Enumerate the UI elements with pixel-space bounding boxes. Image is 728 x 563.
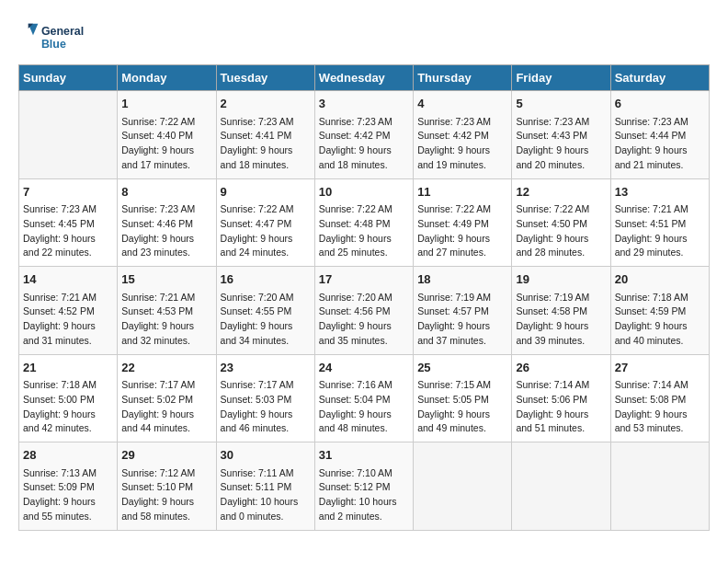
day-info: Sunset: 5:02 PM	[121, 393, 211, 408]
day-info: Daylight: 9 hours	[516, 144, 606, 158]
calendar-cell: 8Sunrise: 7:23 AMSunset: 4:46 PMDaylight…	[118, 178, 216, 267]
day-number: 26	[516, 359, 606, 377]
day-info: Daylight: 9 hours	[221, 232, 311, 247]
logo-svg: General Blue	[18, 18, 92, 55]
day-info: Daylight: 9 hours	[319, 319, 409, 334]
day-number: 27	[615, 359, 705, 377]
day-info: and 2 minutes.	[319, 510, 409, 524]
day-info: Sunrise: 7:21 AM	[615, 202, 705, 217]
day-info: Sunrise: 7:11 AM	[221, 466, 311, 481]
calendar-cell: 31Sunrise: 7:10 AMSunset: 5:12 PMDayligh…	[314, 442, 413, 531]
calendar-cell	[414, 442, 512, 531]
day-number: 1	[121, 95, 211, 113]
calendar-cell: 22Sunrise: 7:17 AMSunset: 5:02 PMDayligh…	[118, 354, 216, 442]
day-info: Sunrise: 7:15 AM	[417, 378, 507, 393]
day-info: Sunset: 4:50 PM	[516, 217, 606, 232]
calendar-week-4: 21Sunrise: 7:18 AMSunset: 5:00 PMDayligh…	[19, 354, 710, 442]
column-header-monday: Monday	[118, 65, 216, 91]
day-info: Sunset: 5:00 PM	[23, 393, 113, 408]
day-info: Daylight: 9 hours	[417, 408, 507, 422]
calendar-cell: 20Sunrise: 7:18 AMSunset: 4:59 PMDayligh…	[610, 267, 709, 355]
day-info: Daylight: 9 hours	[23, 495, 113, 510]
day-info: Daylight: 10 hours	[319, 495, 409, 510]
day-number: 4	[417, 95, 507, 113]
day-info: Daylight: 9 hours	[417, 144, 507, 158]
calendar-cell: 6Sunrise: 7:23 AMSunset: 4:44 PMDaylight…	[610, 91, 709, 179]
day-info: Sunrise: 7:10 AM	[319, 466, 409, 481]
day-info: Sunrise: 7:21 AM	[23, 291, 113, 305]
day-info: Sunset: 4:47 PM	[221, 217, 311, 232]
day-number: 2	[221, 95, 311, 113]
day-info: Daylight: 9 hours	[615, 144, 705, 158]
day-info: Sunset: 5:04 PM	[319, 393, 409, 408]
day-info: Daylight: 9 hours	[221, 319, 311, 334]
day-info: Sunset: 4:40 PM	[121, 129, 211, 144]
day-info: Sunrise: 7:17 AM	[121, 378, 211, 393]
day-info: Sunrise: 7:22 AM	[221, 202, 311, 217]
day-info: Daylight: 9 hours	[221, 144, 311, 158]
day-info: Sunset: 4:51 PM	[615, 217, 705, 232]
calendar-cell: 9Sunrise: 7:22 AMSunset: 4:47 PMDaylight…	[216, 178, 314, 267]
day-info: Daylight: 9 hours	[615, 319, 705, 334]
day-info: Sunrise: 7:22 AM	[121, 115, 211, 130]
day-number: 10	[319, 183, 409, 201]
calendar-cell	[19, 91, 118, 179]
calendar-cell: 4Sunrise: 7:23 AMSunset: 4:42 PMDaylight…	[414, 91, 512, 179]
day-number: 31	[319, 446, 409, 465]
svg-text:General: General	[41, 25, 84, 38]
day-info: Daylight: 9 hours	[121, 232, 211, 247]
day-number: 30	[221, 446, 311, 465]
day-info: Daylight: 9 hours	[23, 319, 113, 334]
calendar-cell: 12Sunrise: 7:22 AMSunset: 4:50 PMDayligh…	[512, 178, 610, 267]
logo: General Blue	[18, 18, 92, 55]
day-info: and 49 minutes.	[417, 421, 507, 436]
day-number: 8	[121, 183, 211, 201]
day-info: Sunset: 4:59 PM	[615, 304, 705, 319]
day-info: and 20 minutes.	[516, 158, 606, 173]
day-info: and 51 minutes.	[516, 421, 606, 436]
day-info: and 35 minutes.	[319, 334, 409, 349]
day-info: Sunset: 5:11 PM	[221, 480, 311, 495]
day-info: and 27 minutes.	[417, 246, 507, 260]
day-info: Daylight: 9 hours	[319, 232, 409, 247]
day-info: Sunset: 4:42 PM	[417, 129, 507, 144]
day-info: and 19 minutes.	[417, 158, 507, 173]
calendar-table: SundayMondayTuesdayWednesdayThursdayFrid…	[18, 64, 710, 531]
day-info: and 31 minutes.	[23, 334, 113, 349]
day-info: Sunset: 5:05 PM	[417, 393, 507, 408]
day-number: 6	[615, 95, 705, 113]
calendar-cell: 21Sunrise: 7:18 AMSunset: 5:00 PMDayligh…	[19, 354, 118, 442]
day-info: Daylight: 9 hours	[121, 408, 211, 422]
column-header-saturday: Saturday	[610, 65, 709, 91]
day-info: Sunrise: 7:14 AM	[615, 378, 705, 393]
day-info: Daylight: 9 hours	[516, 319, 606, 334]
day-info: Daylight: 9 hours	[417, 232, 507, 247]
day-info: and 58 minutes.	[121, 510, 211, 524]
column-header-thursday: Thursday	[414, 65, 512, 91]
day-info: Daylight: 9 hours	[221, 408, 311, 422]
calendar-cell: 7Sunrise: 7:23 AMSunset: 4:45 PMDaylight…	[19, 178, 118, 267]
day-info: Sunrise: 7:16 AM	[319, 378, 409, 393]
calendar-cell: 26Sunrise: 7:14 AMSunset: 5:06 PMDayligh…	[512, 354, 610, 442]
svg-text:Blue: Blue	[41, 38, 66, 51]
day-info: Sunrise: 7:21 AM	[121, 291, 211, 305]
day-info: Daylight: 9 hours	[319, 144, 409, 158]
calendar-cell: 14Sunrise: 7:21 AMSunset: 4:52 PMDayligh…	[19, 267, 118, 355]
day-number: 13	[615, 183, 705, 201]
day-info: Sunset: 5:03 PM	[221, 393, 311, 408]
day-info: Sunrise: 7:22 AM	[417, 202, 507, 217]
day-info: and 42 minutes.	[23, 421, 113, 436]
calendar-cell: 1Sunrise: 7:22 AMSunset: 4:40 PMDaylight…	[118, 91, 216, 179]
day-info: Daylight: 9 hours	[121, 144, 211, 158]
day-number: 15	[121, 270, 211, 289]
day-info: Sunset: 5:08 PM	[615, 393, 705, 408]
day-number: 7	[23, 183, 113, 201]
day-info: Sunrise: 7:14 AM	[516, 378, 606, 393]
day-info: Sunrise: 7:23 AM	[417, 115, 507, 130]
day-info: Daylight: 9 hours	[615, 408, 705, 422]
day-info: Sunrise: 7:17 AM	[221, 378, 311, 393]
day-info: and 48 minutes.	[319, 421, 409, 436]
day-info: Daylight: 9 hours	[417, 319, 507, 334]
day-info: and 34 minutes.	[221, 334, 311, 349]
day-info: Sunset: 4:53 PM	[121, 304, 211, 319]
